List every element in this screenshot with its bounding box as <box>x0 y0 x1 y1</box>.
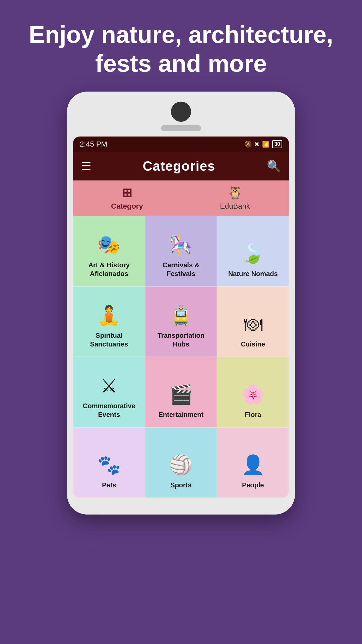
category-item-people[interactable]: 👤 People <box>217 427 289 498</box>
people-icon: 👤 <box>241 454 265 476</box>
status-time: 2:45 PM <box>80 140 107 149</box>
art-history-label: Art & History Aficionados <box>77 261 141 278</box>
app-bar: ☰ Categories 🔍 <box>73 152 289 180</box>
commemorative-icon: ⚔ <box>101 375 117 397</box>
edubank-tab-label: EduBank <box>220 202 250 211</box>
phone-speaker <box>161 125 201 131</box>
carnivals-label: Carnivals & Festivals <box>149 261 214 278</box>
sports-icon: 🏐 <box>169 454 193 476</box>
cuisine-label: Cuisine <box>241 340 265 348</box>
spiritual-label: Spiritual Sanctuaries <box>77 331 141 348</box>
category-item-pets[interactable]: 🐾 Pets <box>73 427 145 498</box>
category-item-flora[interactable]: 🌸 Flora <box>217 357 289 427</box>
phone-bottom <box>73 498 289 504</box>
category-tab-icon: ⊞ <box>122 186 132 200</box>
transport-label: Transportation Hubs <box>149 331 214 348</box>
entertainment-label: Entertainment <box>159 410 203 419</box>
nature-nomads-label: Nature Nomads <box>228 269 278 278</box>
spiritual-icon: 🧘 <box>97 304 121 326</box>
pets-label: Pets <box>102 481 116 489</box>
flora-icon: 🌸 <box>241 383 265 406</box>
carnivals-icon: 🎠 <box>169 234 193 256</box>
tab-edubank[interactable]: 🦉 EduBank <box>181 180 289 216</box>
hero-text: Enjoy nature, architecture, fests and mo… <box>0 0 362 92</box>
commemorative-label: Commemorative Events <box>77 401 141 419</box>
pets-icon: 🐾 <box>97 454 121 476</box>
sim-icon: ✖ <box>254 141 259 148</box>
category-item-spiritual[interactable]: 🧘 Spiritual Sanctuaries <box>73 286 145 357</box>
bell-icon: 🔕 <box>244 141 252 148</box>
status-bar: 2:45 PM 🔕 ✖ 📶 30 <box>73 137 289 152</box>
category-item-art-history[interactable]: 🎭 Art & History Aficionados <box>73 216 145 286</box>
category-item-commemorative[interactable]: ⚔ Commemorative Events <box>73 357 145 427</box>
category-tab-label: Category <box>111 202 143 211</box>
categories-grid: 🎭 Art & History Aficionados 🎠 Carnivals … <box>73 216 289 498</box>
people-label: People <box>242 481 264 489</box>
menu-button[interactable]: ☰ <box>81 159 91 173</box>
cuisine-icon: 🍽 <box>244 313 262 335</box>
category-item-carnivals[interactable]: 🎠 Carnivals & Festivals <box>145 216 217 286</box>
phone-screen: 2:45 PM 🔕 ✖ 📶 30 ☰ Categories 🔍 ⊞ Catego… <box>73 137 289 498</box>
category-item-cuisine[interactable]: 🍽 Cuisine <box>217 286 289 357</box>
nature-nomads-icon: 🍃 <box>241 243 265 265</box>
phone-camera <box>171 102 191 122</box>
category-item-transport[interactable]: 🚊 Transportation Hubs <box>145 286 217 357</box>
edubank-tab-icon: 🦉 <box>228 186 243 200</box>
battery-icon: 30 <box>272 140 282 148</box>
art-history-icon: 🎭 <box>97 234 121 256</box>
status-icons: 🔕 ✖ 📶 30 <box>244 140 282 148</box>
search-button[interactable]: 🔍 <box>267 159 281 173</box>
category-item-entertainment[interactable]: 🎬 Entertainment <box>145 357 217 427</box>
transport-icon: 🚊 <box>169 304 193 326</box>
phone-frame: 2:45 PM 🔕 ✖ 📶 30 ☰ Categories 🔍 ⊞ Catego… <box>67 92 295 515</box>
flora-label: Flora <box>245 410 261 419</box>
entertainment-icon: 🎬 <box>169 383 193 406</box>
category-item-sports[interactable]: 🏐 Sports <box>145 427 217 498</box>
sports-label: Sports <box>170 481 191 489</box>
tab-category[interactable]: ⊞ Category <box>73 180 181 216</box>
page-title: Categories <box>143 159 216 174</box>
category-item-nature-nomads[interactable]: 🍃 Nature Nomads <box>217 216 289 286</box>
wifi-icon: 📶 <box>262 141 269 148</box>
navigation-tabs: ⊞ Category 🦉 EduBank <box>73 180 289 216</box>
